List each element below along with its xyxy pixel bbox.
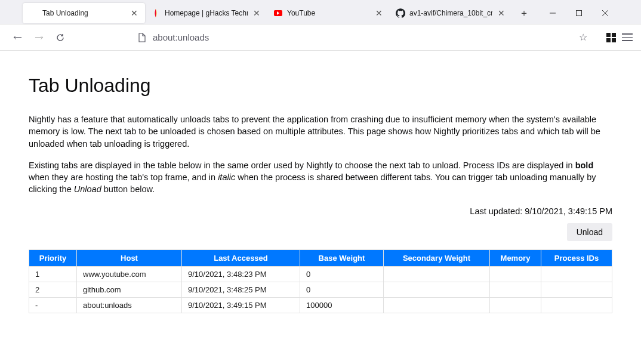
- para2-italic: italic: [218, 172, 235, 182]
- col-process-ids: Process IDs: [541, 249, 612, 266]
- cell-priority: 1: [29, 266, 77, 282]
- close-tab-icon[interactable]: ✕: [497, 8, 506, 18]
- apps-icon[interactable]: [606, 33, 616, 42]
- tab-label: Tab Unloading: [42, 9, 125, 17]
- para2-text: Existing tabs are displayed in the table…: [29, 161, 575, 170]
- cell-host: www.youtube.com: [77, 266, 182, 282]
- close-tab-icon[interactable]: ✕: [374, 8, 384, 18]
- cell-process_ids: [541, 297, 612, 313]
- para2-text: button below.: [101, 184, 155, 194]
- cell-priority: 2: [29, 282, 77, 297]
- para2-italic: Unload: [74, 184, 101, 194]
- intro-paragraph-2: Existing tabs are displayed in the table…: [29, 159, 612, 196]
- unload-table: Priority Host Last Accessed Base Weight …: [29, 249, 612, 313]
- para2-bold: bold: [575, 161, 594, 170]
- cell-memory: [490, 282, 541, 297]
- tab-label: Homepage | gHacks Techno: [165, 9, 248, 17]
- url-text: about:unloads: [153, 32, 573, 42]
- last-updated-value: 9/10/2021, 3:49:15 PM: [525, 206, 612, 216]
- cell-last_accessed: 9/10/2021, 3:49:15 PM: [182, 297, 300, 313]
- table-header-row: Priority Host Last Accessed Base Weight …: [29, 249, 612, 266]
- table-row: -about:unloads9/10/2021, 3:49:15 PM10000…: [29, 297, 612, 313]
- svg-rect-1: [577, 11, 582, 16]
- tab-ghacks[interactable]: Homepage | gHacks Techno ✕: [145, 3, 267, 23]
- ghacks-favicon: [151, 8, 161, 18]
- tab-tab-unloading[interactable]: Tab Unloading ✕: [23, 3, 145, 23]
- window-controls: [540, 4, 618, 22]
- cell-secondary_weight: [384, 282, 490, 297]
- url-bar[interactable]: about:unloads ☆: [132, 28, 592, 47]
- reload-button[interactable]: [51, 29, 69, 47]
- cell-base_weight: 0: [300, 282, 384, 297]
- cell-host: about:unloads: [77, 297, 182, 313]
- tab-label: av1-avif/Chimera_10bit_cro: [409, 9, 492, 17]
- cell-last_accessed: 9/10/2021, 3:48:23 PM: [182, 266, 300, 282]
- unload-button[interactable]: Unload: [567, 223, 612, 241]
- table-row: 2github.com9/10/2021, 3:48:25 PM0: [29, 282, 612, 297]
- cell-host: github.com: [77, 282, 182, 297]
- col-last-accessed: Last Accessed: [182, 249, 300, 266]
- last-updated: Last updated: 9/10/2021, 3:49:15 PM: [470, 206, 612, 216]
- col-base-weight: Base Weight: [300, 249, 384, 266]
- col-memory: Memory: [490, 249, 541, 266]
- youtube-favicon: [273, 8, 283, 18]
- cell-memory: [490, 266, 541, 282]
- cell-base_weight: 0: [300, 266, 384, 282]
- close-window-button[interactable]: [592, 4, 618, 22]
- col-host: Host: [77, 249, 182, 266]
- col-secondary-weight: Secondary Weight: [384, 249, 490, 266]
- tab-bar: Tab Unloading ✕ Homepage | gHacks Techno…: [0, 0, 641, 24]
- maximize-button[interactable]: [566, 4, 592, 22]
- last-updated-label: Last updated:: [470, 206, 522, 216]
- cell-secondary_weight: [384, 266, 490, 282]
- bookmark-star-icon[interactable]: ☆: [579, 32, 587, 43]
- cell-process_ids: [541, 282, 612, 297]
- cell-secondary_weight: [384, 297, 490, 313]
- menu-button[interactable]: [622, 33, 633, 41]
- page-content: Tab Unloading Nightly has a feature that…: [0, 51, 641, 325]
- document-icon: [137, 33, 147, 42]
- cell-memory: [490, 297, 541, 313]
- new-tab-button[interactable]: ＋: [516, 5, 532, 21]
- tab-label: YouTube: [287, 9, 370, 17]
- tab-youtube[interactable]: YouTube ✕: [267, 3, 390, 23]
- para2-text: when they are hosting the tab's top fram…: [29, 172, 218, 182]
- cell-base_weight: 100000: [300, 297, 384, 313]
- toolbar: 🡐 🡒 about:unloads ☆: [0, 24, 641, 51]
- back-button[interactable]: 🡐: [8, 29, 26, 47]
- blank-favicon: [29, 8, 38, 18]
- close-tab-icon[interactable]: ✕: [252, 8, 261, 18]
- cell-process_ids: [541, 266, 612, 282]
- col-priority: Priority: [29, 249, 77, 266]
- cell-priority: -: [29, 297, 77, 313]
- minimize-button[interactable]: [540, 4, 566, 22]
- page-title: Tab Unloading: [29, 75, 612, 97]
- table-row: 1www.youtube.com9/10/2021, 3:48:23 PM0: [29, 266, 612, 282]
- tab-github[interactable]: av1-avif/Chimera_10bit_cro ✕: [390, 3, 512, 23]
- close-tab-icon[interactable]: ✕: [130, 8, 139, 18]
- intro-paragraph-1: Nightly has a feature that automatically…: [29, 113, 612, 150]
- cell-last_accessed: 9/10/2021, 3:48:25 PM: [182, 282, 300, 297]
- forward-button[interactable]: 🡒: [30, 29, 48, 47]
- github-favicon: [396, 8, 405, 18]
